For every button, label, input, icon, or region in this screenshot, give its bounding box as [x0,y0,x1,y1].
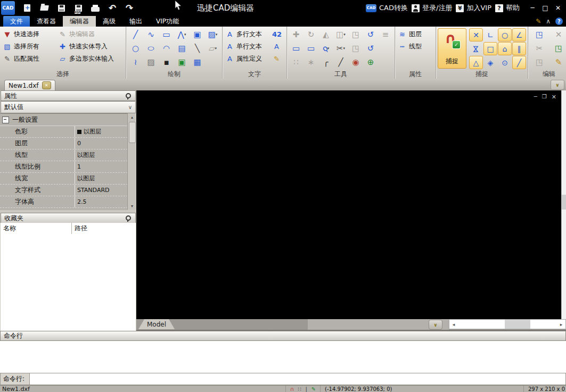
chamfer-button[interactable]: ╱ [333,56,348,69]
offset-dropdown-icon[interactable]: ▾ [343,33,346,37]
circle-button[interactable]: ○ [128,42,143,55]
snap-angle-button[interactable]: ∠ [512,28,526,41]
property-label[interactable]: 线型 [0,149,75,161]
paste-special-button[interactable]: ↺ [363,28,378,41]
attribute-define-button[interactable]: A属性定义 [225,53,270,64]
scrollbar-thumb[interactable] [562,195,566,210]
snap-perpendicular-button[interactable]: ∟ [483,28,497,41]
property-label[interactable]: 色彩 [0,126,75,137]
field-button[interactable]: 42 [272,29,284,39]
image-button[interactable]: ▣ [174,56,190,69]
layers-button[interactable]: ≋图层 [398,29,433,39]
property-label[interactable]: 文字样式 [0,185,75,196]
freehand-button[interactable]: ∿ [143,28,159,41]
menu-advanced[interactable]: 高级 [96,16,122,27]
wipeout-dropdown-icon[interactable]: ▾ [215,47,217,51]
match-properties-button[interactable]: ✎匹配属性 [3,53,56,64]
donut-button[interactable]: ◉ [348,56,363,69]
snap-indicator-icon[interactable]: ∩ [290,387,294,392]
fillet-button[interactable]: ╭ [318,56,333,69]
login-register-button[interactable]: 登录/注册 [412,3,452,13]
maximize-button[interactable]: □ [539,2,551,14]
draft-indicator-icon[interactable]: ✎ [311,387,316,392]
grid-indicator-icon[interactable]: ∷ [298,387,301,392]
property-value[interactable]: STANDARD [75,185,128,196]
menu-viewer[interactable]: 查看器 [30,16,63,27]
property-value[interactable]: 以图层 [75,126,128,137]
property-value[interactable]: 以图层 [75,173,128,184]
property-value[interactable]: 0 [75,138,128,149]
linetype-button[interactable]: ┅线型 [398,41,433,52]
single-line-text-button[interactable]: A单行文本 [225,41,270,52]
collapse-icon[interactable] [2,116,9,123]
favorites-list[interactable] [1,234,136,331]
cad-convert-button[interactable]: CADCAD转换 [366,3,408,13]
save-button[interactable] [54,2,68,14]
menu-output[interactable]: 输出 [122,16,149,27]
add-to-library-button[interactable]: ⊕ [363,56,378,69]
paste-button[interactable]: ◳ [549,42,566,55]
property-value[interactable]: 以图层 [75,149,128,161]
ray-button[interactable]: ╲ [190,42,205,55]
snap-node-button[interactable]: □ [483,42,497,55]
property-value[interactable]: 1 [75,161,128,172]
canvas-horizontal-scrollbar[interactable]: ◂ ▸ [449,319,566,329]
property-label[interactable]: 线宽 [0,173,75,184]
scrollbar-track[interactable] [458,320,557,329]
point-button[interactable]: ▪ [159,56,174,69]
hatch-button[interactable]: ▨ [143,56,159,69]
redo-button[interactable]: ↷ [122,2,136,14]
rectangle-button[interactable]: ▭ [159,28,174,41]
quick-select-button[interactable]: ▼快速选择 [3,29,56,39]
favorites-column-name[interactable]: 名称 [1,223,72,234]
save-pdf-button[interactable]: PDF [71,2,85,14]
property-label[interactable]: 图层 [0,138,75,149]
document-tab[interactable]: New1.dxf ✕ [4,80,55,90]
model-tab[interactable]: Model [138,319,175,329]
command-output[interactable] [0,341,566,373]
print-button[interactable] [88,2,102,14]
help-bubble-icon[interactable]: ? [555,18,563,25]
trim-dropdown-icon[interactable]: ▾ [343,47,346,51]
scroll-left-icon[interactable]: ◂ [449,322,458,327]
favorites-column-path[interactable]: 路径 [72,223,87,234]
region-dropdown-icon[interactable]: ▾ [216,33,218,37]
annotate-icon[interactable]: ✎ [536,18,541,24]
scrollbar-thumb[interactable] [505,320,530,329]
new-file-button[interactable] [20,2,34,14]
snap-tangent-button[interactable]: △ [469,56,483,69]
command-input[interactable] [30,373,566,385]
drawing-canvas[interactable]: ─ ❐ ✕ [136,90,562,319]
zoom-button[interactable]: ϙ▾ [318,42,333,55]
pin-icon[interactable] [126,215,131,221]
app-logo-icon[interactable]: CAD [1,1,15,15]
pin-icon[interactable] [126,93,131,98]
region-button[interactable]: ▨▾ [205,28,220,41]
layout-overflow-button[interactable]: ∨ [429,320,442,330]
scroll-down-icon[interactable]: ▾ [128,202,136,210]
table-button[interactable]: ▦ [190,56,205,69]
properties-scrollbar[interactable]: ▴ ▾ [127,113,136,210]
close-button[interactable]: ✕ [552,2,564,14]
join-vip-button[interactable]: ¥加入VIP [456,3,491,13]
arc-button[interactable]: ◠ [159,42,174,55]
tab-close-icon[interactable]: ✕ [42,81,51,89]
property-value[interactable]: 2.5 [75,196,128,207]
snap-tangent-circle-button[interactable]: ⊙ [498,56,512,69]
scroll-up-icon[interactable]: ▴ [128,113,136,121]
sync-button[interactable]: ↺ [363,42,378,55]
spline-button[interactable]: ≀ [128,56,143,69]
properties-category-row[interactable]: 一般设置 [0,114,128,126]
properties-preset-select[interactable]: 默认值 ∨ [1,101,136,113]
menu-file[interactable]: 文件 [3,16,30,27]
doc-minimize-icon[interactable]: ─ [534,94,537,101]
polyline-button[interactable]: ⋀▾ [174,28,190,41]
snap-quadrant-button[interactable]: ◈ [483,56,497,69]
scroll-right-icon[interactable]: ▸ [557,322,565,327]
snap-intersection-button[interactable]: ✕ [469,28,483,41]
scrollbar-thumb[interactable] [129,122,136,143]
ellipse-button[interactable]: ○ [143,42,159,55]
check-spelling-button[interactable]: A [272,41,284,52]
property-label[interactable]: 线型比例 [0,161,75,172]
tabbar-overflow-button[interactable]: ∨ [551,80,564,90]
